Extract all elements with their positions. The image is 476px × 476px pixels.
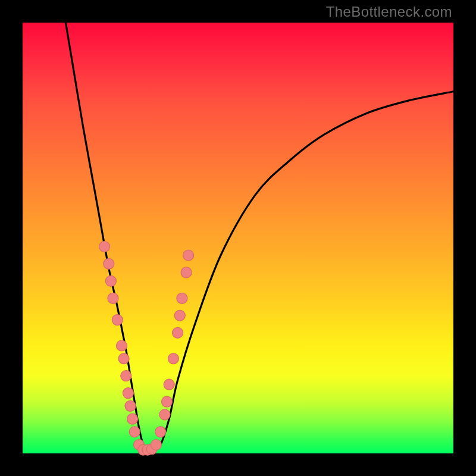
scatter-dot <box>121 371 131 381</box>
scatter-dot <box>99 242 110 252</box>
scatter-dot <box>118 353 129 364</box>
chart-svg <box>23 23 453 453</box>
scatter-dot <box>117 340 127 351</box>
scatter-dot <box>181 267 192 278</box>
scatter-dot <box>183 250 194 261</box>
scatter-dot <box>177 293 187 303</box>
scatter-dot <box>129 427 140 437</box>
scatter-dot <box>155 427 166 437</box>
scatter-dot <box>162 396 173 407</box>
scatter-dot <box>173 327 183 338</box>
scatter-dot <box>127 414 138 424</box>
scatter-dot <box>164 379 174 390</box>
scatter-dot <box>104 258 114 269</box>
plot-area <box>23 23 453 453</box>
scatter-dot <box>168 353 178 364</box>
scatter-dot <box>112 315 123 325</box>
scatter-dot <box>123 388 133 399</box>
scatter-dot <box>151 440 161 450</box>
chart-frame: TheBottleneck.com <box>0 0 476 476</box>
scatter-dot <box>108 293 118 303</box>
scatter-dots <box>99 242 194 456</box>
scatter-dot <box>125 400 136 411</box>
attribution-text: TheBottleneck.com <box>326 4 452 20</box>
scatter-dot <box>159 409 170 420</box>
bottleneck-curve <box>65 23 453 452</box>
scatter-dot <box>105 275 116 286</box>
scatter-dot <box>174 310 185 321</box>
